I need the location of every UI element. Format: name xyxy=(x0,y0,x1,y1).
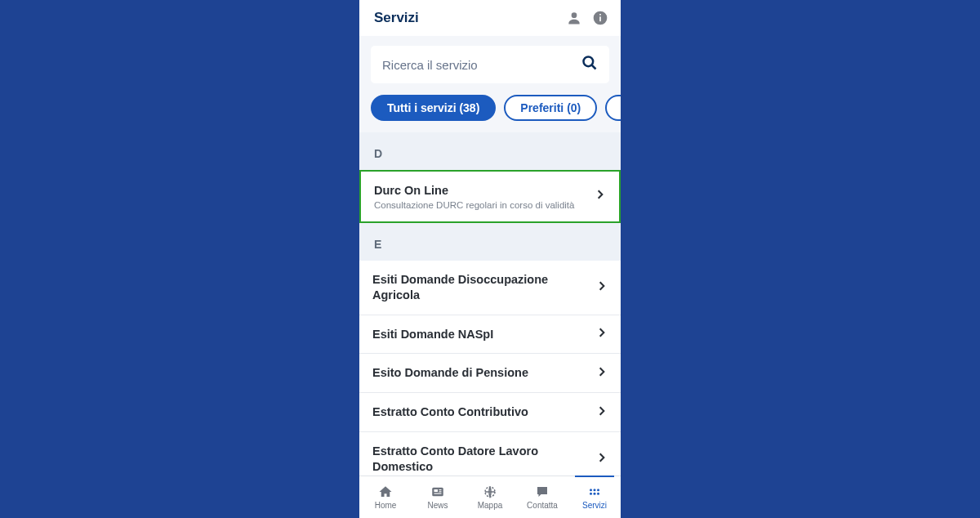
nav-news[interactable]: News xyxy=(412,476,464,518)
nav-label: Home xyxy=(375,501,397,510)
row-naspi[interactable]: Esiti Domande NASpI xyxy=(359,315,621,355)
row-subtitle: Consultazione DURC regolari in corso di … xyxy=(374,200,588,210)
app-screen: Servizi Tutti i servizi (38) Preferiti (… xyxy=(359,0,621,518)
nav-label: Contatta xyxy=(527,501,558,510)
section-header-e: E xyxy=(359,223,621,261)
home-icon xyxy=(377,485,394,499)
chevron-right-icon xyxy=(596,280,608,295)
svg-line-5 xyxy=(592,65,596,69)
row-contributivo[interactable]: Estratto Conto Contributivo xyxy=(359,393,621,432)
row-text: Esiti Domande Disoccupazione Agricola xyxy=(372,272,590,303)
nav-home[interactable]: Home xyxy=(359,476,412,518)
svg-point-16 xyxy=(590,493,592,495)
svg-rect-3 xyxy=(599,14,601,16)
row-text: Esiti Domande NASpI xyxy=(372,327,590,342)
svg-rect-2 xyxy=(599,16,601,21)
search-box[interactable] xyxy=(371,46,609,83)
nav-label: Mappa xyxy=(478,501,503,510)
bottom-nav: Home News Mappa Contatta Servizi xyxy=(359,476,621,518)
header-actions xyxy=(565,9,609,27)
user-icon[interactable] xyxy=(565,9,583,27)
filter-chips: Tutti i servizi (38) Preferiti (0) Con xyxy=(359,90,621,132)
app-header: Servizi xyxy=(359,0,621,36)
chevron-right-icon xyxy=(596,366,608,381)
page-title: Servizi xyxy=(374,10,565,26)
nav-servizi[interactable]: Servizi xyxy=(568,476,621,518)
nav-label: News xyxy=(427,501,448,510)
row-text: Estratto Conto Datore Lavoro Domestico xyxy=(372,444,590,475)
section-header-d: D xyxy=(359,132,621,170)
row-title: Durc On Line xyxy=(374,183,588,199)
chevron-right-icon xyxy=(596,327,608,342)
row-text: Durc On Line Consultazione DURC regolari… xyxy=(374,183,588,210)
nav-contatta[interactable]: Contatta xyxy=(516,476,568,518)
svg-point-14 xyxy=(594,489,596,491)
row-title: Esito Domande di Pensione xyxy=(372,365,590,381)
chevron-right-icon xyxy=(596,452,608,467)
globe-icon xyxy=(482,485,498,499)
row-pensione[interactable]: Esito Domande di Pensione xyxy=(359,354,621,393)
svg-point-4 xyxy=(584,57,594,67)
row-title: Estratto Conto Contributivo xyxy=(372,404,590,420)
grid-icon xyxy=(586,485,603,499)
nav-mappa[interactable]: Mappa xyxy=(464,476,516,518)
svg-point-17 xyxy=(594,493,596,495)
chip-favorites[interactable]: Preferiti (0) xyxy=(504,95,597,121)
chip-all-services[interactable]: Tutti i servizi (38) xyxy=(371,95,496,121)
svg-point-13 xyxy=(590,489,592,491)
row-durc-online[interactable]: Durc On Line Consultazione DURC regolari… xyxy=(359,170,621,223)
svg-rect-9 xyxy=(439,489,442,490)
svg-rect-8 xyxy=(434,493,442,494)
chevron-right-icon xyxy=(596,405,608,420)
row-text: Esito Domande di Pensione xyxy=(372,365,590,381)
svg-point-18 xyxy=(597,493,599,495)
search-area xyxy=(359,36,621,90)
svg-rect-10 xyxy=(439,491,442,492)
search-input[interactable] xyxy=(382,58,581,72)
svg-rect-7 xyxy=(434,489,439,492)
row-domestico[interactable]: Estratto Conto Datore Lavoro Domestico xyxy=(359,432,621,476)
chip-con[interactable]: Con xyxy=(605,95,621,121)
row-title: Esiti Domande NASpI xyxy=(372,327,590,342)
row-title: Esiti Domande Disoccupazione Agricola xyxy=(372,272,590,303)
row-title: Estratto Conto Datore Lavoro Domestico xyxy=(372,444,590,475)
row-disoccupazione-agricola[interactable]: Esiti Domande Disoccupazione Agricola xyxy=(359,261,621,315)
chevron-right-icon xyxy=(595,189,606,203)
info-icon[interactable] xyxy=(591,9,609,27)
chat-icon xyxy=(534,485,550,499)
service-list: D Durc On Line Consultazione DURC regola… xyxy=(359,132,621,476)
search-icon[interactable] xyxy=(581,55,598,74)
svg-point-0 xyxy=(572,12,577,18)
news-icon xyxy=(430,485,446,499)
row-text: Estratto Conto Contributivo xyxy=(372,404,590,420)
nav-label: Servizi xyxy=(582,501,607,510)
svg-point-15 xyxy=(597,489,599,491)
